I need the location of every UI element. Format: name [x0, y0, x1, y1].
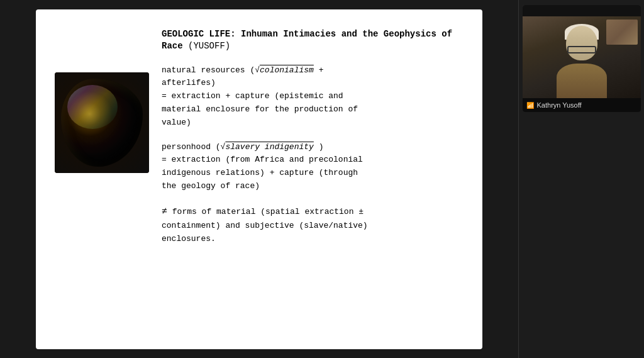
slide-mineral-image	[55, 72, 149, 173]
slide-title-suffix: (YUSOFF)	[183, 41, 231, 51]
video-feed	[523, 16, 641, 98]
video-top-strip	[523, 5, 641, 16]
video-label-bar: 📶 Kathryn Yusoff	[523, 98, 641, 112]
colonialism-term: colonialism	[260, 65, 314, 75]
person-head	[566, 26, 597, 60]
slide-block-2: personhood (√slavery indigenity ) = extr…	[162, 141, 457, 193]
person-body	[557, 64, 607, 98]
person-glasses	[567, 46, 596, 53]
mineral-rock-image	[55, 72, 149, 173]
presentation-slide: GEOLOGIC LIFE: Inhuman Intimacies and th…	[36, 9, 482, 349]
background-map	[606, 20, 638, 45]
slide-text-content: GEOLOGIC LIFE: Inhuman Intimacies and th…	[162, 28, 457, 330]
mineral-sheen	[67, 85, 118, 129]
slide-block-1: natural resources (√colonialism + afterl…	[162, 64, 457, 130]
slide-area: GEOLOGIC LIFE: Inhuman Intimacies and th…	[0, 0, 518, 358]
video-panel: 📶 Kathryn Yusoff	[523, 5, 641, 112]
sidebar: 📶 Kathryn Yusoff	[518, 0, 644, 358]
main-container: GEOLOGIC LIFE: Inhuman Intimacies and th…	[0, 0, 644, 358]
slide-block-3: ≠ forms of material (spatial extraction …	[162, 204, 457, 246]
signal-strength-icon: 📶	[526, 102, 534, 109]
slide-title: GEOLOGIC LIFE: Inhuman Intimacies and th…	[162, 28, 457, 53]
slavery-indigenity-term: slavery indigenity	[225, 142, 313, 152]
participant-name-label: Kathryn Yusoff	[537, 101, 582, 109]
neq-symbol: ≠	[162, 206, 167, 217]
